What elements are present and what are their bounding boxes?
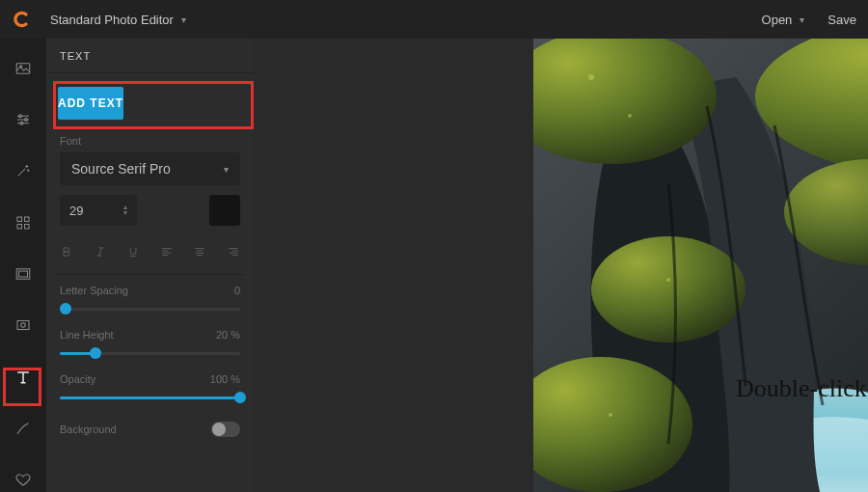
format-row bbox=[56, 232, 244, 275]
overlay-icon bbox=[14, 316, 32, 334]
letter-spacing-label: Letter Spacing bbox=[60, 285, 128, 296]
background-toggle[interactable] bbox=[211, 422, 240, 437]
font-size-input[interactable]: 29 ▴▾ bbox=[60, 195, 137, 226]
stepper-icon[interactable]: ▴▾ bbox=[123, 205, 127, 216]
image-icon bbox=[14, 60, 32, 77]
text-element-placeholder[interactable]: Double-click t bbox=[736, 374, 868, 403]
favorites-tool[interactable] bbox=[10, 468, 37, 492]
line-height-slider[interactable] bbox=[60, 346, 240, 360]
overlay-tool[interactable] bbox=[10, 314, 37, 338]
svg-rect-10 bbox=[19, 271, 28, 277]
background-label: Background bbox=[60, 424, 117, 435]
align-center-button[interactable] bbox=[193, 243, 207, 260]
font-label: Font bbox=[60, 135, 240, 147]
letter-spacing-value: 0 bbox=[234, 285, 240, 296]
editor-mode-dropdown[interactable]: Standard Photo Editor ▾ bbox=[50, 13, 186, 27]
grid-icon bbox=[14, 214, 32, 232]
open-label: Open bbox=[762, 13, 793, 27]
font-dropdown[interactable]: Source Serif Pro ▾ bbox=[60, 152, 240, 185]
opacity-value: 100 % bbox=[210, 373, 240, 385]
frame-tool[interactable] bbox=[10, 261, 37, 286]
chevron-down-icon: ▾ bbox=[224, 164, 229, 175]
adjust-tool[interactable] bbox=[10, 107, 37, 131]
effects-tool[interactable] bbox=[10, 159, 37, 183]
chevron-down-icon: ▾ bbox=[181, 14, 186, 25]
magic-icon bbox=[14, 162, 32, 179]
add-text-button[interactable]: ADD TEXT bbox=[58, 87, 123, 120]
tool-rail bbox=[0, 39, 46, 492]
underline-button[interactable] bbox=[126, 243, 141, 260]
heart-icon bbox=[14, 471, 32, 488]
svg-rect-6 bbox=[25, 217, 30, 222]
editor-mode-label: Standard Photo Editor bbox=[50, 13, 174, 27]
svg-point-25 bbox=[666, 278, 670, 282]
chevron-down-icon: ▾ bbox=[800, 14, 804, 25]
svg-point-16 bbox=[591, 236, 746, 342]
text-tool[interactable] bbox=[10, 365, 37, 389]
save-label: Save bbox=[827, 13, 856, 27]
image-tool[interactable] bbox=[10, 56, 37, 80]
text-icon bbox=[14, 368, 33, 387]
canvas-image[interactable]: Double-click t bbox=[533, 39, 868, 492]
elements-tool[interactable] bbox=[10, 210, 37, 234]
align-right-button[interactable] bbox=[227, 243, 241, 260]
brush-icon bbox=[14, 420, 32, 437]
adjust-icon bbox=[14, 111, 32, 128]
text-color-swatch[interactable] bbox=[209, 195, 240, 226]
svg-point-12 bbox=[21, 323, 26, 328]
line-height-control: Line Height 20 % bbox=[46, 319, 254, 364]
svg-point-20 bbox=[588, 74, 594, 80]
letter-spacing-control: Letter Spacing 0 bbox=[46, 275, 254, 319]
align-left-button[interactable] bbox=[160, 243, 175, 260]
opacity-control: Opacity 100 % bbox=[46, 364, 254, 408]
svg-point-1 bbox=[20, 65, 22, 67]
svg-rect-5 bbox=[17, 217, 22, 222]
font-size-value: 29 bbox=[69, 204, 83, 218]
opacity-slider[interactable] bbox=[60, 391, 240, 404]
svg-rect-11 bbox=[17, 321, 29, 330]
svg-point-21 bbox=[628, 114, 632, 118]
app-logo-icon bbox=[12, 10, 31, 29]
opacity-label: Opacity bbox=[60, 373, 95, 385]
save-menu[interactable]: Save bbox=[827, 13, 856, 27]
top-bar: Standard Photo Editor ▾ Open ▾ Save bbox=[0, 0, 868, 39]
text-panel: TEXT ADD TEXT Font Source Serif Pro ▾ 29… bbox=[46, 39, 254, 492]
line-height-label: Line Height bbox=[60, 329, 114, 341]
letter-spacing-slider[interactable] bbox=[60, 302, 240, 315]
panel-header: TEXT bbox=[46, 39, 254, 73]
line-height-value: 20 % bbox=[216, 329, 240, 341]
bold-button[interactable] bbox=[60, 243, 74, 260]
font-value: Source Serif Pro bbox=[71, 161, 171, 177]
open-menu[interactable]: Open ▾ bbox=[762, 13, 805, 27]
workspace[interactable]: Double-click t bbox=[254, 39, 868, 492]
svg-rect-8 bbox=[25, 224, 30, 229]
italic-button[interactable] bbox=[94, 243, 108, 260]
svg-rect-7 bbox=[17, 224, 22, 229]
frame-icon bbox=[14, 265, 32, 283]
draw-tool[interactable] bbox=[10, 416, 37, 440]
svg-point-26 bbox=[609, 413, 612, 417]
